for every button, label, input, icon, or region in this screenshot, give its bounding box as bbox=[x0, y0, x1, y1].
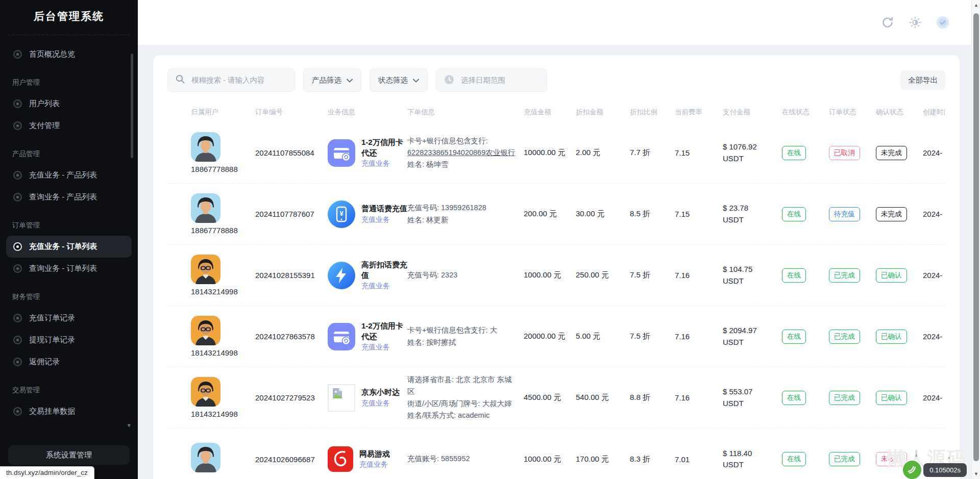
order-info-line: 姓名: 杨坤雪 bbox=[407, 159, 519, 170]
refresh-icon[interactable] bbox=[880, 15, 895, 30]
table-toolbar: 产品筛选 状态筛选 选择日期范围 全部导出 bbox=[167, 68, 945, 92]
business-category: 充值业务 bbox=[361, 215, 407, 224]
sidebar-item[interactable]: 充值业务 - 订单列表 bbox=[6, 236, 132, 258]
table-body: 18867778888202411078550841-2万信用卡代还充值业务卡号… bbox=[167, 122, 945, 479]
sidebar-item-label: 充值订单记录 bbox=[29, 313, 75, 323]
sidebar-item[interactable]: 交易挂单数据 bbox=[6, 400, 132, 422]
user-phone: 18867778888 bbox=[191, 165, 238, 173]
status-filter-select[interactable]: 状态筛选 bbox=[370, 68, 428, 92]
pay-currency: USDT bbox=[723, 153, 782, 165]
pay-value: $ 118.40 bbox=[723, 448, 782, 460]
user-phone: 18867778888 bbox=[191, 226, 238, 235]
user-avatar[interactable] bbox=[936, 15, 950, 30]
bolt-icon bbox=[328, 262, 355, 289]
discount-amount: 540.00 元 bbox=[576, 393, 630, 402]
sidebar-section-label: 订单管理 bbox=[0, 215, 138, 236]
topbar bbox=[138, 0, 971, 45]
user-avatar-image bbox=[191, 443, 220, 472]
credit-card-icon bbox=[328, 323, 355, 350]
export-all-button[interactable]: 全部导出 bbox=[900, 70, 945, 90]
app-title: 后台管理系统 bbox=[0, 0, 138, 33]
order-number: 20241107855084 bbox=[255, 148, 328, 157]
sidebar-item-label: 返佣记录 bbox=[29, 357, 60, 367]
table-row: 1814321499820241027279523京东小时达充值业务请选择省市县… bbox=[167, 367, 945, 428]
menu-bullet-icon bbox=[13, 242, 22, 251]
confirm-status-badge-cell: 未收到 bbox=[876, 452, 923, 466]
table-header-cell: 创建时间 bbox=[923, 108, 945, 117]
scrollbar-up-arrow-icon[interactable]: ▲ bbox=[972, 3, 980, 8]
theme-sun-icon[interactable] bbox=[908, 15, 922, 30]
chevron-down-icon: ▾ bbox=[127, 421, 131, 429]
business-text: 网易游戏充值业务 bbox=[359, 449, 390, 469]
sidebar-item[interactable]: 支付管理 bbox=[6, 115, 132, 137]
online-status-badge: 在线 bbox=[782, 146, 806, 160]
date-range-label: 选择日期范围 bbox=[461, 75, 505, 85]
sidebar-item[interactable]: 查询业务 - 产品列表 bbox=[6, 186, 132, 208]
sidebar-item[interactable]: 充值订单记录 bbox=[6, 307, 132, 329]
search-box[interactable] bbox=[167, 68, 295, 92]
user-phone: 18143214998 bbox=[191, 287, 238, 296]
business-text: 普通话费充值充值业务 bbox=[361, 204, 407, 224]
image-placeholder-icon bbox=[328, 384, 355, 412]
order-info-line: 姓名: 按时擦拭 bbox=[407, 337, 519, 348]
product-name: 普通话费充值 bbox=[361, 204, 407, 214]
order-status-badge: 待充值 bbox=[829, 207, 860, 221]
created-at: 2024- bbox=[923, 210, 945, 218]
user-avatar-image bbox=[191, 316, 220, 345]
scrollbar-thumb[interactable] bbox=[973, 13, 979, 461]
sidebar-item[interactable]: 提现订单记录 bbox=[6, 329, 132, 351]
date-range-picker[interactable]: 选择日期范围 bbox=[436, 68, 547, 92]
sidebar-section-label: 财务管理 bbox=[0, 287, 138, 307]
order-info-line: 街道/小区/商场门牌号: 大叔大婶 bbox=[407, 398, 519, 410]
sidebar-item[interactable]: 查询业务 - 订单列表 bbox=[6, 258, 132, 280]
table-row: 18867778888202411078550841-2万信用卡代还充值业务卡号… bbox=[167, 122, 945, 184]
svg-text:¥: ¥ bbox=[339, 210, 344, 217]
pay-currency: USDT bbox=[723, 398, 782, 410]
current-rate: 7.16 bbox=[675, 271, 723, 280]
confirm-status-badge: 未收到 bbox=[876, 452, 907, 466]
system-settings-button[interactable]: 系统设置管理 bbox=[8, 445, 130, 465]
recharge-amount: 10000.00 元 bbox=[524, 148, 576, 158]
sidebar-item[interactable]: 首页概况总览 bbox=[6, 43, 132, 65]
order-number: 20241027279523 bbox=[255, 393, 328, 402]
product-filter-select[interactable]: 产品筛选 bbox=[303, 68, 361, 92]
table-row: 20241026096687网易游戏充值业务充值账号: 58559521000.… bbox=[167, 428, 945, 479]
order-status-badge-cell: 已完成 bbox=[829, 268, 876, 283]
table-row: 18143214998202410278635781-2万信用卡代还充值业务卡号… bbox=[167, 306, 945, 367]
online-status-badge: 在线 bbox=[782, 207, 806, 221]
menu-bullet-icon bbox=[13, 99, 22, 108]
online-status-badge-cell: 在线 bbox=[782, 268, 829, 283]
pay-amount: $ 104.75USDT bbox=[723, 264, 782, 287]
user-avatar-image bbox=[191, 377, 220, 407]
recharge-amount: 4500.00 元 bbox=[524, 393, 576, 402]
sidebar-item[interactable]: 充值业务 - 产品列表 bbox=[6, 164, 132, 186]
table-row: 1814321499820241028155391高折扣话费充值充值业务充值号码… bbox=[167, 245, 945, 306]
business-category: 充值业务 bbox=[361, 343, 407, 352]
confirm-status-badge-cell: 已确认 bbox=[876, 391, 923, 405]
scrollbar-down-arrow-icon[interactable]: ▼ bbox=[972, 471, 980, 476]
sidebar-item[interactable]: 用户列表 bbox=[6, 93, 132, 115]
sidebar-section-label: 交易管理 bbox=[0, 380, 138, 400]
confirm-status-badge-cell: 已确认 bbox=[876, 330, 923, 344]
user-avatar-image bbox=[191, 193, 220, 223]
discount-amount: 250.00 元 bbox=[576, 270, 630, 280]
discount-amount: 5.00 元 bbox=[576, 332, 630, 341]
menu-bullet-icon bbox=[13, 358, 22, 366]
sidebar-item-label: 支付管理 bbox=[29, 121, 60, 131]
order-info-line: 充值账号: 5855952 bbox=[407, 453, 519, 465]
menu-bullet-icon bbox=[13, 407, 22, 416]
current-rate: 7.16 bbox=[675, 332, 723, 341]
business-info-cell: 高折扣话费充值充值业务 bbox=[328, 260, 407, 291]
chevron-down-icon bbox=[347, 76, 353, 84]
order-status-badge: 已完成 bbox=[829, 330, 860, 344]
order-info-cell: 卡号+银行信息包含支行:6228233865194020869农业银行姓名: 杨… bbox=[407, 135, 524, 171]
search-input[interactable] bbox=[190, 75, 288, 85]
page-scrollbar[interactable]: ▲ ▼ bbox=[971, 0, 980, 479]
created-at: 2024- bbox=[923, 148, 945, 157]
table-header-cell: 支付金额 bbox=[723, 108, 782, 117]
product-name: 1-2万信用卡代还 bbox=[361, 137, 407, 158]
order-status-badge-cell: 已完成 bbox=[829, 391, 876, 405]
product-name: 1-2万信用卡代还 bbox=[361, 321, 407, 342]
sidebar-item[interactable]: 返佣记录 bbox=[6, 351, 132, 373]
sidebar-scrollbar-thumb[interactable] bbox=[131, 54, 133, 158]
